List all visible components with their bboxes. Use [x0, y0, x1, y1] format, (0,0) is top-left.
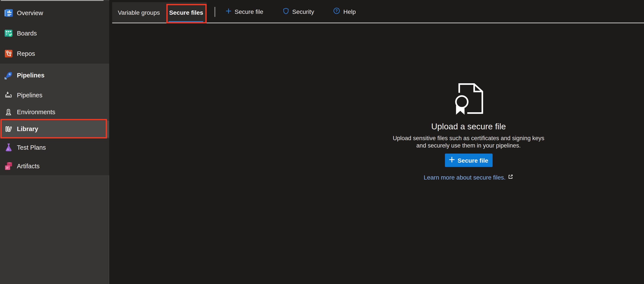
- library-content: Variable groups Secure files Secure file…: [110, 0, 644, 284]
- sidebar-item-label: Pipelines: [17, 72, 44, 79]
- sidebar-item-environments[interactable]: Environments: [0, 104, 109, 121]
- environments-icon: [5, 108, 12, 116]
- boards-icon: [4, 28, 14, 38]
- learn-more-link[interactable]: Learn more about secure files.: [424, 173, 514, 181]
- sidebar-item-label: Environments: [17, 109, 55, 116]
- learn-more-link-label: Learn more about secure files.: [424, 174, 506, 181]
- azure-devops-library-page: Overview Boards: [0, 0, 644, 284]
- sidebar-item-label: Artifacts: [17, 162, 40, 169]
- secure-files-empty-state: Upload a secure file Upload sensitive fi…: [356, 82, 581, 181]
- upload-button-label: Secure file: [458, 157, 488, 164]
- sidebar-item-test-plans[interactable]: Test Plans: [0, 138, 109, 157]
- sidebar-item-label: Library: [17, 126, 38, 132]
- empty-state-description: Upload sensitive files such as certifica…: [393, 135, 544, 149]
- sidebar-item-artifacts[interactable]: Artifacts: [0, 157, 109, 175]
- empty-state-title: Upload a secure file: [431, 122, 506, 132]
- sidebar-item-library[interactable]: Library: [0, 121, 109, 137]
- command-label: Help: [343, 8, 356, 15]
- sidebar-item-label: Repos: [17, 50, 35, 57]
- secure-file-upload-button[interactable]: Secure file: [445, 153, 492, 167]
- sidebar-item-label: Test Plans: [17, 144, 46, 151]
- repos-icon: [4, 49, 14, 58]
- tab-label: Secure files: [169, 9, 203, 16]
- tab-secure-files[interactable]: Secure files: [166, 2, 207, 22]
- sidebar-item-pipelines-hub[interactable]: Pipelines: [0, 64, 109, 87]
- description-line-2: and securely use them in your pipelines.: [393, 142, 544, 149]
- command-bar-divider: [214, 7, 215, 17]
- header-separator-line: [112, 22, 644, 23]
- certificate-file-icon: [454, 82, 484, 117]
- tab-label: Variable groups: [118, 9, 160, 16]
- help-icon: ?: [333, 7, 340, 16]
- sidebar-item-label: Pipelines: [17, 92, 42, 99]
- library-icon: [5, 125, 12, 133]
- command-label: Secure file: [234, 8, 263, 15]
- shield-icon: [283, 7, 289, 16]
- plus-icon: [449, 157, 455, 164]
- sidebar-item-pipelines[interactable]: Pipelines: [0, 87, 109, 104]
- command-new-secure-file[interactable]: Secure file: [226, 0, 263, 23]
- command-security[interactable]: Security: [283, 0, 314, 23]
- sidebar-item-label: Boards: [17, 30, 37, 37]
- sidebar: Overview Boards: [0, 0, 109, 284]
- external-link-icon: [508, 173, 514, 181]
- sidebar-item-overview[interactable]: Overview: [0, 3, 109, 23]
- test-plans-icon: [4, 143, 14, 152]
- artifacts-icon: [4, 161, 14, 171]
- command-label: Security: [292, 8, 314, 15]
- pipelines-rocket-icon: [4, 70, 14, 80]
- overview-icon: [4, 8, 14, 18]
- command-help[interactable]: ? Help: [333, 0, 356, 23]
- sidebar-row-spacer: [0, 1, 109, 3]
- sidebar-item-boards[interactable]: Boards: [0, 23, 109, 43]
- sidebar-item-repos[interactable]: Repos: [0, 43, 109, 64]
- pipelines-runs-icon: [5, 92, 12, 99]
- description-line-1: Upload sensitive files such as certifica…: [393, 135, 544, 142]
- library-tab-strip: Variable groups Secure files: [112, 2, 207, 22]
- sidebar-item-label: Overview: [17, 10, 43, 17]
- tab-variable-groups[interactable]: Variable groups: [112, 2, 166, 22]
- svg-text:?: ?: [335, 9, 338, 13]
- plus-icon: [226, 8, 231, 15]
